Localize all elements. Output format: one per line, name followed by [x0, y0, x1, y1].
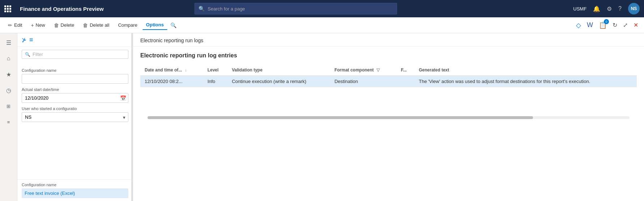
- cell-generated-text: The 'View' action was used to adjust for…: [414, 76, 637, 87]
- nav-modules-icon[interactable]: ≡: [2, 115, 15, 128]
- search-input[interactable]: [208, 6, 393, 12]
- sort-icon: ↓: [185, 67, 187, 73]
- refresh-icon[interactable]: ↻: [611, 20, 619, 30]
- config-list-label: Configuration name: [22, 183, 128, 187]
- config-name-label: Configuration name: [22, 68, 128, 73]
- toolbar-right: ◇ W 📋 0 ↻ ⤢ ✕: [575, 20, 640, 31]
- start-date-label: Actual start date/time: [22, 87, 128, 92]
- scrollbar-thumb[interactable]: [148, 116, 533, 119]
- cell-level: Info: [203, 76, 228, 87]
- nav-home-icon[interactable]: ⌂: [2, 52, 15, 65]
- badge-button[interactable]: 📋 0: [597, 20, 608, 31]
- cell-date: 12/10/2020 08:2...: [140, 76, 203, 87]
- filter-funnel-icon[interactable]: ⊁: [22, 36, 26, 43]
- horizontal-scrollbar[interactable]: [148, 116, 630, 119]
- main-layout: ☰ ⌂ ★ ◷ ⊞ ≡ ⊁ ≡ 🔍 Configuration name Act…: [0, 33, 644, 201]
- filter-body: Configuration name Actual start date/tim…: [17, 62, 133, 179]
- expand-icon[interactable]: ⤢: [622, 20, 629, 30]
- nav-rail: ☰ ⌂ ★ ◷ ⊞ ≡: [0, 33, 17, 201]
- resize-handle[interactable]: [131, 33, 133, 201]
- options-button[interactable]: Options: [142, 20, 167, 30]
- user-select[interactable]: NS Admin System: [22, 112, 128, 122]
- section-title: Electronic reporting run log entries: [140, 52, 637, 59]
- right-icons: USMF 🔔 ⚙ ? NS: [573, 3, 640, 14]
- col-date[interactable]: Date and time of... ↓: [140, 65, 203, 76]
- breadcrumb: Electronic reporting run logs: [133, 33, 644, 47]
- delete-all-icon: 🗑: [83, 22, 88, 28]
- nav-workspaces-icon[interactable]: ⊞: [2, 100, 15, 113]
- table-header-row: Date and time of... ↓ Level Validation t…: [140, 65, 637, 76]
- filter-search-icon: 🔍: [25, 52, 30, 57]
- filter-header: ⊁ ≡: [17, 33, 133, 47]
- calendar-icon[interactable]: 📅: [120, 95, 126, 101]
- config-name-input[interactable]: [22, 74, 128, 84]
- delete-icon: 🗑: [54, 22, 59, 28]
- avatar[interactable]: NS: [628, 3, 640, 14]
- config-list-item[interactable]: Free text invoice (Excel): [22, 188, 128, 198]
- content-area: Electronic reporting run logs Electronic…: [133, 33, 644, 201]
- word-icon[interactable]: W: [585, 20, 594, 30]
- user-select-wrapper: NS Admin System ▾: [22, 112, 128, 122]
- data-table: Date and time of... ↓ Level Validation t…: [140, 65, 637, 87]
- app-grid-icon[interactable]: [4, 5, 11, 12]
- col-filter-icon: ▽: [376, 67, 380, 73]
- compare-button[interactable]: Compare: [114, 21, 141, 30]
- filter-list-icon[interactable]: ≡: [29, 36, 33, 44]
- badge-count: 0: [604, 19, 609, 24]
- search-toolbar-icon[interactable]: 🔍: [169, 21, 178, 30]
- edit-icon: ✏: [8, 22, 12, 28]
- new-icon: +: [31, 22, 34, 28]
- edit-button[interactable]: ✏ Edit: [4, 21, 26, 30]
- nav-favorites-icon[interactable]: ★: [2, 68, 15, 81]
- toolbar: ✏ Edit + New 🗑 Delete 🗑 Delete all Compa…: [0, 17, 644, 33]
- col-f[interactable]: F...: [397, 65, 414, 76]
- search-icon: 🔍: [199, 6, 205, 12]
- user-label: User who started a configuratio: [22, 106, 128, 111]
- new-button[interactable]: + New: [27, 21, 48, 30]
- start-date-input[interactable]: [22, 93, 128, 103]
- search-bar[interactable]: 🔍: [195, 3, 397, 14]
- company-label: USMF: [573, 6, 587, 12]
- cell-validation-type: Continue execution (write a remark): [227, 76, 330, 87]
- col-level[interactable]: Level: [203, 65, 228, 76]
- content-body: Electronic reporting run log entries Dat…: [133, 47, 644, 201]
- delete-button[interactable]: 🗑 Delete: [50, 21, 78, 30]
- col-format-component[interactable]: Format component ▽: [330, 65, 397, 76]
- help-icon[interactable]: ?: [618, 5, 622, 12]
- nav-recent-icon[interactable]: ◷: [2, 84, 15, 97]
- cell-f: [397, 76, 414, 87]
- filter-search-input[interactable]: [33, 52, 125, 57]
- col-validation-type[interactable]: Validation type: [227, 65, 330, 76]
- notification-icon[interactable]: 🔔: [593, 5, 600, 12]
- delete-all-button[interactable]: 🗑 Delete all: [79, 21, 113, 30]
- config-list-section: Configuration name Free text invoice (Ex…: [17, 179, 133, 201]
- top-nav: Finance and Operations Preview 🔍 USMF 🔔 …: [0, 0, 644, 17]
- nav-menu-icon[interactable]: ☰: [2, 36, 15, 49]
- col-generated-text[interactable]: Generated text: [414, 65, 637, 76]
- cell-format-component: Destination: [330, 76, 397, 87]
- table-row[interactable]: 12/10/2020 08:2... Info Continue executi…: [140, 76, 637, 87]
- filter-search[interactable]: 🔍: [22, 50, 128, 59]
- app-title: Finance and Operations Preview: [20, 6, 104, 12]
- settings-icon[interactable]: ⚙: [607, 5, 612, 12]
- date-input-wrapper: 📅: [22, 93, 128, 103]
- close-icon[interactable]: ✕: [632, 20, 640, 30]
- filter-panel: ⊁ ≡ 🔍 Configuration name Actual start da…: [17, 33, 133, 201]
- diamond-icon[interactable]: ◇: [575, 20, 583, 31]
